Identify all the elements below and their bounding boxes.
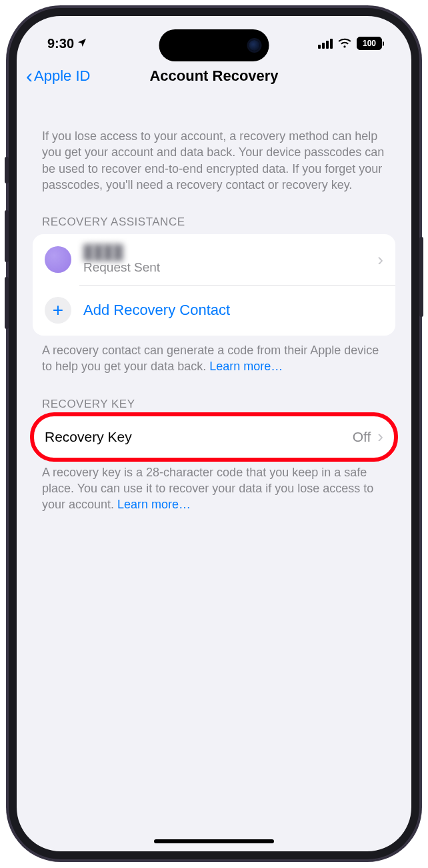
key-footer: A recovery key is a 28-character code th… (33, 464, 395, 513)
content: If you lose access to your account, a re… (17, 95, 411, 513)
assistance-footer: A recovery contact can generate a code f… (33, 342, 395, 375)
chevron-right-icon: › (377, 426, 383, 447)
recovery-contact-row[interactable]: ████ Request Sent › (33, 234, 395, 285)
screen: 9:30 100 ‹ Apple ID (17, 16, 411, 851)
silent-switch (5, 157, 9, 183)
status-time: 9:30 (47, 36, 74, 51)
contact-name: ████ (83, 244, 130, 259)
status-right: 100 (318, 36, 382, 51)
intro-text: If you lose access to your account, a re… (33, 128, 395, 193)
assistance-learn-more-link[interactable]: Learn more… (209, 360, 283, 373)
add-recovery-contact-row[interactable]: + Add Recovery Contact (33, 285, 395, 336)
home-indicator[interactable] (154, 839, 274, 843)
section-header-key: RECOVERY KEY (33, 398, 395, 411)
contact-avatar-icon (45, 246, 71, 273)
cellular-icon (318, 39, 333, 49)
page-title: Account Recovery (149, 67, 278, 85)
key-footer-text: A recovery key is a 28-character code th… (42, 466, 373, 512)
recovery-key-label: Recovery Key (45, 429, 132, 444)
contact-status: Request Sent (83, 260, 371, 275)
dynamic-island (159, 29, 269, 61)
plus-icon: + (45, 297, 71, 324)
phone-frame: 9:30 100 ‹ Apple ID (7, 7, 421, 861)
chevron-left-icon: ‹ (26, 66, 33, 86)
battery-level: 100 (363, 39, 376, 48)
chevron-right-icon: › (377, 250, 383, 270)
volume-down-button (5, 277, 9, 329)
wifi-icon (338, 36, 351, 51)
add-contact-label: Add Recovery Contact (83, 302, 230, 318)
contact-body: ████ Request Sent (83, 244, 371, 275)
key-learn-more-link[interactable]: Learn more… (117, 498, 191, 511)
recovery-assistance-group: ████ Request Sent › + Add Recovery Conta… (33, 234, 395, 336)
recovery-key-value: Off (353, 429, 371, 445)
recovery-key-group: Recovery Key Off › (33, 416, 395, 458)
volume-up-button (5, 210, 9, 262)
nav-bar: ‹ Apple ID Account Recovery (17, 57, 411, 95)
status-left: 9:30 (47, 36, 87, 51)
recovery-key-highlight: Recovery Key Off › (33, 416, 395, 458)
front-camera (249, 40, 260, 51)
location-icon (77, 36, 87, 51)
battery-icon: 100 (357, 37, 382, 50)
recovery-key-row[interactable]: Recovery Key Off › (33, 416, 395, 458)
back-label: Apple ID (34, 67, 90, 85)
back-button[interactable]: ‹ Apple ID (26, 66, 90, 86)
power-button (419, 237, 423, 317)
section-header-assistance: RECOVERY ASSISTANCE (33, 215, 395, 229)
